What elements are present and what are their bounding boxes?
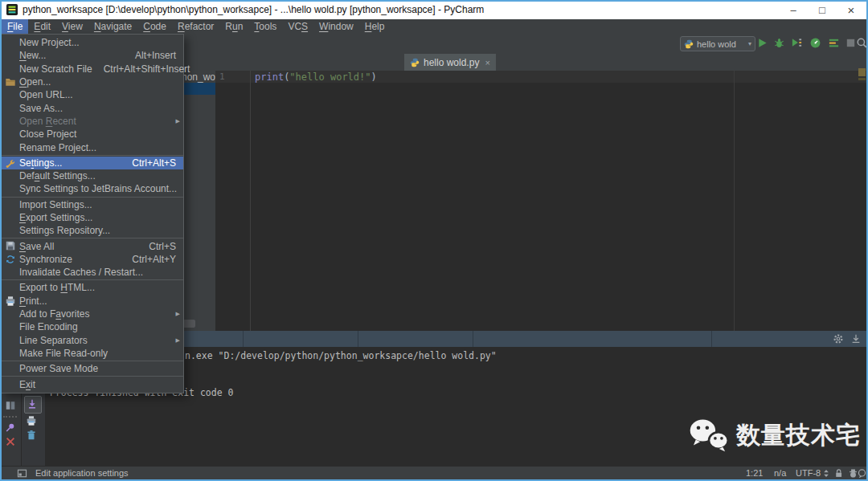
menubar-item-view[interactable]: View	[56, 19, 88, 34]
menu-separator	[2, 238, 183, 238]
menu-item-sync-settings-to-jetbrains-account[interactable]: Sync Settings to JetBrains Account...	[2, 182, 183, 195]
menu-item-invalidate-caches-restart[interactable]: Invalidate Caches / Restart...	[2, 266, 183, 279]
scrollbar-warning-marker[interactable]	[858, 68, 866, 76]
line-separator-indicator[interactable]: n/a	[774, 468, 786, 478]
debug-button[interactable]	[773, 37, 785, 49]
menubar-item-refactor[interactable]: Refactor	[172, 19, 219, 34]
menubar-item-window[interactable]: Window	[313, 19, 359, 34]
save-icon	[5, 240, 16, 251]
minimize-button[interactable]: –	[781, 0, 805, 19]
menu-separator	[2, 279, 183, 280]
caret-position[interactable]: 1:21	[746, 468, 763, 478]
menu-item-open-recent[interactable]: Open Recent ▶	[2, 115, 183, 128]
menu-item-rename-project[interactable]: Rename Project...	[2, 141, 183, 153]
menu-item-save-as[interactable]: Save As...	[2, 101, 183, 114]
menu-item-export-to-html[interactable]: Export to HTML...	[2, 281, 183, 294]
tab-hello-wold-py[interactable]: hello wold.py ×	[404, 54, 496, 71]
close-window-icon[interactable]	[5, 436, 16, 447]
menu-item-save-all[interactable]: Save All Ctrl+S	[2, 239, 183, 252]
wechat-watermark: 数量技术宅	[688, 418, 861, 453]
print-console-icon[interactable]	[26, 415, 37, 426]
menubar-item-run[interactable]: Run	[219, 19, 248, 34]
menu-separator	[2, 155, 183, 156]
watermark-text: 数量技术宅	[736, 419, 861, 452]
event-log-bubble-icon[interactable]	[857, 468, 867, 479]
chevron-down-icon: ▾	[748, 40, 751, 47]
menu-item-import-settings[interactable]: Import Settings...	[2, 198, 183, 211]
tab-label: hello wold.py	[424, 57, 479, 68]
window-title: python_worksapce [D:\develop\python\pyth…	[23, 4, 484, 15]
maximize-button[interactable]: □	[810, 0, 834, 19]
status-message: Edit application settings	[35, 468, 129, 478]
wechat-logo-icon	[688, 418, 730, 453]
updown-arrows-icon	[822, 468, 830, 479]
submenu-arrow-icon: ▶	[176, 311, 180, 317]
run-button[interactable]	[756, 37, 768, 49]
folder-icon	[5, 76, 16, 88]
toggle-toolwindows-icon[interactable]	[17, 468, 27, 479]
code-token-print: print	[255, 71, 284, 83]
menubar-item-file[interactable]: File	[2, 19, 28, 34]
run-with-coverage-button[interactable]	[791, 37, 803, 49]
run-window-gear-icon[interactable]	[833, 333, 844, 344]
python-file-icon	[410, 58, 420, 67]
menu-item-settings[interactable]: Settings... Ctrl+Alt+S	[2, 157, 183, 169]
profiler-button[interactable]	[809, 37, 821, 49]
readonly-lock-icon[interactable]	[833, 468, 844, 479]
pycharm-logo-icon	[6, 4, 18, 15]
search-everywhere-icon[interactable]	[856, 37, 868, 49]
menubar-item-code[interactable]: Code	[137, 19, 172, 34]
file-menu-dropdown: New Project... New... Alt+Insert New Scr…	[1, 34, 184, 393]
title-bar: python_worksapce [D:\develop\python\pyth…	[0, 0, 868, 19]
close-button[interactable]: ×	[839, 0, 863, 19]
concurrency-diagram-button[interactable]	[828, 37, 840, 49]
code-editor[interactable]: 1 print("hello world!")	[215, 71, 868, 331]
right-margin-guide	[734, 71, 735, 331]
horizontal-scrollbar-thumb[interactable]	[183, 320, 195, 328]
encoding-indicator[interactable]: UTF-8	[796, 468, 821, 478]
menu-item-new-project[interactable]: New Project...	[2, 36, 183, 49]
menu-item-open[interactable]: Open...	[2, 75, 183, 88]
menu-separator	[2, 376, 183, 377]
menu-item-export-settings[interactable]: Export Settings...	[2, 211, 183, 224]
menu-bar: File Edit View Navigate Code Refactor Ru…	[0, 19, 868, 34]
menu-separator	[2, 197, 183, 198]
dock-window-icon[interactable]	[850, 333, 862, 344]
menubar-item-navigate[interactable]: Navigate	[88, 19, 137, 34]
menubar-item-edit[interactable]: Edit	[28, 19, 56, 34]
run-configuration-select[interactable]: hello wold ▾	[680, 36, 755, 51]
scroll-to-end-icon	[27, 398, 38, 410]
print-icon	[5, 296, 16, 307]
menu-item-exit[interactable]: Exit	[2, 377, 183, 390]
menu-item-synchronize[interactable]: Synchronize Ctrl+Alt+Y	[2, 253, 183, 266]
menubar-item-vcs[interactable]: VCS	[282, 19, 313, 34]
tab-close-icon[interactable]: ×	[485, 58, 489, 67]
pycharm-window: python_worksapce [D:\develop\python\pyth…	[0, 0, 868, 481]
menu-item-print[interactable]: Print...	[2, 295, 183, 308]
console-command-line: n.exe "D:/develop/python/python_worksapc…	[185, 350, 497, 361]
restore-layout-icon[interactable]	[5, 400, 16, 411]
wrench-icon	[5, 157, 16, 169]
menu-item-line-separators[interactable]: Line Separators ▶	[2, 334, 183, 347]
menu-item-default-settings[interactable]: Default Settings...	[2, 169, 183, 182]
menu-item-open-url[interactable]: Open URL...	[2, 88, 183, 101]
menu-item-close-project[interactable]: Close Project	[2, 128, 183, 141]
sync-icon	[5, 254, 16, 265]
menubar-item-tools[interactable]: Tools	[248, 19, 282, 34]
code-line: print("hello world!")	[255, 71, 377, 83]
run-configuration-label: hello wold	[697, 39, 736, 49]
menu-item-new[interactable]: New... Alt+Insert	[2, 49, 183, 62]
gutter-separator	[250, 71, 251, 331]
menu-item-file-encoding[interactable]: File Encoding	[2, 320, 183, 333]
scrollbar-marker-line[interactable]	[858, 78, 866, 80]
menu-item-settings-repository[interactable]: Settings Repository...	[2, 224, 183, 237]
menubar-item-help[interactable]: Help	[359, 19, 391, 34]
menu-item-new-scratch-file[interactable]: New Scratch File Ctrl+Alt+Shift+Insert	[2, 63, 183, 75]
line-number: 1	[219, 71, 225, 82]
menu-item-make-file-read-only[interactable]: Make File Read-only	[2, 347, 183, 360]
menu-item-power-save-mode[interactable]: Power Save Mode	[2, 362, 183, 375]
menu-item-add-to-favorites[interactable]: Add to Favorites ▶	[2, 308, 183, 320]
submenu-arrow-icon: ▶	[176, 118, 180, 124]
pin-tab-icon[interactable]	[5, 422, 16, 434]
clear-all-icon[interactable]	[26, 430, 37, 441]
